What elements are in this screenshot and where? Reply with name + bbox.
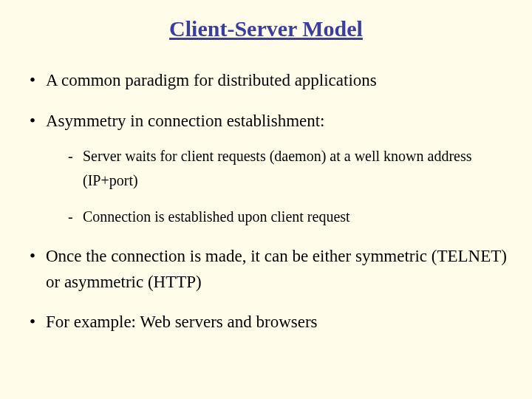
sub-bullet-text: Server waits for client requests (daemon…	[83, 148, 472, 188]
bullet-text: Once the connection is made, it can be e…	[46, 247, 507, 291]
bullet-item: Once the connection is made, it can be e…	[27, 244, 510, 295]
bullet-text: For example: Web servers and browsers	[46, 313, 318, 331]
slide-title: Client-Server Model	[22, 16, 510, 41]
sub-bullet-item: Connection is established upon client re…	[66, 205, 510, 229]
bullet-text: A common paradigm for distributed applic…	[46, 71, 377, 89]
bullet-item: Asymmetry in connection establishment: S…	[27, 109, 510, 230]
slide: Client-Server Model A common paradigm fo…	[0, 0, 532, 399]
bullet-list: A common paradigm for distributed applic…	[22, 68, 510, 335]
sub-bullet-text: Connection is established upon client re…	[83, 208, 350, 225]
bullet-item: For example: Web servers and browsers	[27, 310, 510, 335]
bullet-item: A common paradigm for distributed applic…	[27, 68, 510, 94]
bullet-text: Asymmetry in connection establishment:	[46, 112, 325, 130]
sub-bullet-list: Server waits for client requests (daemon…	[46, 144, 510, 229]
sub-bullet-item: Server waits for client requests (daemon…	[66, 144, 510, 193]
